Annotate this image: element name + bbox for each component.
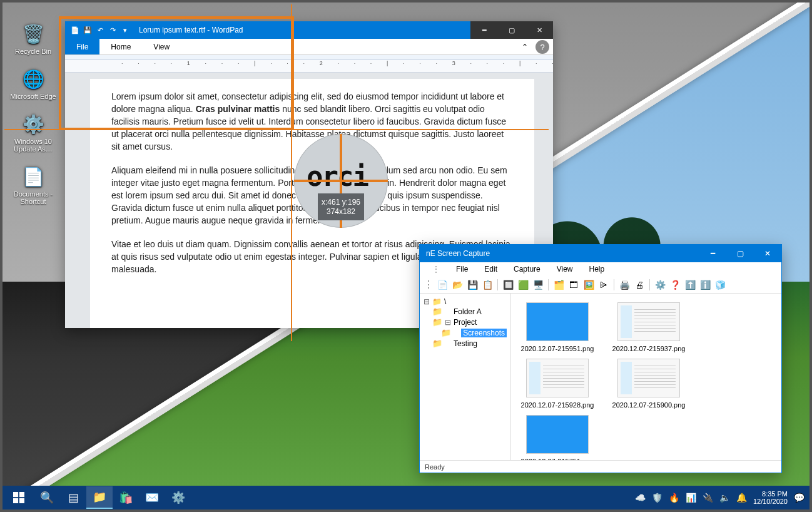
magnifier-coords: x:461 y:196	[322, 198, 360, 207]
tree-item[interactable]: Testing	[432, 338, 507, 349]
cap-maximize-button[interactable]: ▢	[726, 245, 754, 262]
tree-item[interactable]: Screenshots	[441, 327, 507, 338]
qat-undo-icon[interactable]: ↶	[95, 25, 105, 35]
tree-item-label: Testing	[454, 339, 477, 348]
wordpad-titlebar[interactable]: 📄 💾 ↶ ↷ ▾ Lorum ipsum text.rtf - WordPad…	[65, 21, 553, 39]
crosshair-v	[291, 4, 292, 341]
toolbar-icon[interactable]: 📄	[436, 279, 449, 291]
file-name: 2020.12.07-215900.png	[612, 401, 686, 409]
file-tile[interactable]: 2020.12.07-215937.png	[611, 302, 686, 352]
tab-file[interactable]: File	[65, 39, 99, 54]
capture-toolbar: ⋮📄📂💾📋🔲🟩🖥️🗂️🗔🖼️⩥🖨️🖨⚙️❓⬆️ℹ️🧊	[420, 276, 781, 294]
file-thumb	[526, 415, 589, 454]
cap-minimize-button[interactable]: ━	[699, 245, 726, 262]
tree-expand-icon[interactable]: ⊟	[445, 318, 451, 327]
wordpad-ruler[interactable]: · · · · 1 · · · | · · · 2 · · · | · · · …	[65, 60, 553, 73]
tree-item-label: Screenshots	[461, 329, 507, 337]
toolbar-icon[interactable]: 🖨	[633, 279, 646, 291]
file-thumb	[526, 302, 589, 341]
file-tile[interactable]: 2020.12.07-215751.png	[520, 415, 595, 460]
toolbar-icon[interactable]: 🟩	[517, 279, 529, 291]
toolbar-icon[interactable]: ⚙️	[654, 279, 666, 291]
start-button[interactable]	[8, 486, 30, 509]
qat-icon[interactable]: 📄	[70, 25, 80, 35]
toolbar-icon[interactable]: ⬆️	[684, 279, 696, 291]
tray-icon[interactable]: 🛡️	[652, 493, 662, 503]
taskbar-search[interactable]: 🔍	[34, 486, 60, 509]
file-tile[interactable]: 2020.12.07-215928.png	[520, 359, 595, 409]
tray-icon[interactable]: 📊	[686, 493, 696, 503]
wordpad-ribbon	[65, 55, 553, 60]
capture-titlebar[interactable]: nE Screen Capture ━ ▢ ✕	[420, 245, 781, 262]
screen-capture-window: nE Screen Capture ━ ▢ ✕ ⋮FileEditCapture…	[419, 244, 782, 473]
tree-item-label: Project	[454, 318, 477, 327]
toolbar-icon[interactable]: ❓	[669, 279, 681, 291]
toolbar-icon[interactable]: 🖥️	[532, 279, 544, 291]
desktop-icon[interactable]: 📄Documents - Shortcut	[9, 164, 58, 205]
svg-rect-0	[13, 492, 18, 497]
file-tile[interactable]: 2020.12.07-215900.png	[611, 359, 686, 409]
capture-menubar: ⋮FileEditCaptureViewHelp	[420, 262, 781, 276]
desktop-icon-label: Windows 10 Update As…	[9, 138, 58, 153]
tray-icon[interactable]: 🔈	[719, 493, 730, 503]
capture-folder-tree[interactable]: ⊟📁 \ Folder A⊟ProjectScreenshotsTesting	[420, 294, 511, 460]
toolbar-icon[interactable]: 🖨️	[618, 279, 631, 291]
taskbar-clock[interactable]: 8:35 PM 12/10/2020	[753, 490, 788, 505]
svg-rect-3	[19, 498, 24, 503]
magnifier-size: 374x182	[327, 207, 355, 216]
taskbar[interactable]: 🔍▤📁🛍️✉️⚙️ ☁️🛡️🔥📊🔌🔈🔔 8:35 PM 12/10/2020 💬	[3, 486, 809, 509]
tray-icon[interactable]: 🔌	[703, 493, 713, 503]
toolbar-icon[interactable]: 🧊	[714, 279, 726, 291]
file-tile[interactable]: 2020.12.07-215951.png	[520, 302, 595, 352]
toolbar-icon[interactable]: 🔲	[502, 279, 514, 291]
magnifier-pixel-sample: orci	[307, 163, 368, 190]
taskbar-store[interactable]: 🛍️	[113, 486, 139, 509]
menu-item[interactable]: Capture	[506, 264, 548, 275]
cap-close-button[interactable]: ✕	[754, 245, 781, 262]
tray-icon[interactable]: ☁️	[635, 493, 646, 503]
taskbar-task-view[interactable]: ▤	[60, 486, 86, 509]
toolbar-icon[interactable]: 🖼️	[582, 279, 595, 291]
desktop-icon-glyph: ⚙️	[21, 111, 46, 136]
tree-root[interactable]: \	[444, 297, 446, 306]
capture-status: Ready	[425, 463, 445, 471]
menu-item[interactable]: File	[449, 264, 475, 275]
desktop-icon[interactable]: 🗑️Recycle Bin	[9, 21, 58, 55]
tree-item[interactable]: ⊟Project	[432, 317, 507, 327]
crosshair-h	[4, 129, 549, 130]
tree-item[interactable]: Folder A	[432, 306, 507, 317]
capture-thumbnails[interactable]: 2020.12.07-215951.png 2020.12.07-215937.…	[511, 294, 781, 460]
taskbar-settings[interactable]: ⚙️	[165, 486, 191, 509]
toolbar-icon[interactable]: ⩥	[597, 279, 610, 291]
qat-more-icon[interactable]: ▾	[120, 25, 130, 35]
taskbar-explorer[interactable]: 📁	[86, 486, 113, 509]
wordpad-ribbon-tabs: File Home View ⌃ ?	[65, 39, 553, 55]
menu-item[interactable]: View	[549, 264, 581, 275]
tray-icon[interactable]: 🔥	[669, 493, 679, 503]
toolbar-icon[interactable]: 📋	[481, 279, 494, 291]
desktop-icon[interactable]: 🌐Microsoft Edge	[9, 66, 58, 100]
minimize-button[interactable]: ━	[470, 21, 498, 39]
desktop-icon[interactable]: ⚙️Windows 10 Update As…	[9, 111, 58, 153]
toolbar-icon[interactable]: ℹ️	[699, 279, 711, 291]
tree-collapse-icon[interactable]: ⊟	[424, 297, 430, 306]
toolbar-icon[interactable]: 💾	[466, 279, 479, 291]
toolbar-icon[interactable]: 🗂️	[552, 279, 565, 291]
menu-item[interactable]: Help	[582, 264, 612, 275]
desktop-icon-label: Microsoft Edge	[10, 93, 56, 100]
tab-view[interactable]: View	[142, 39, 181, 54]
tray-icon[interactable]: 🔔	[736, 493, 747, 503]
toolbar-icon[interactable]: 📂	[451, 279, 464, 291]
help-icon[interactable]: ?	[535, 40, 549, 54]
tab-home[interactable]: Home	[99, 39, 142, 54]
close-button[interactable]: ✕	[525, 21, 553, 39]
collapse-ribbon-icon[interactable]: ⌃	[518, 43, 532, 51]
qat-redo-icon[interactable]: ↷	[108, 25, 118, 35]
action-center-icon[interactable]: 💬	[794, 493, 804, 503]
menu-item[interactable]: Edit	[477, 264, 505, 275]
file-name: 2020.12.07-215951.png	[521, 345, 594, 352]
maximize-button[interactable]: ▢	[498, 21, 525, 39]
toolbar-icon[interactable]: 🗔	[567, 279, 580, 291]
qat-save-icon[interactable]: 💾	[83, 25, 93, 35]
taskbar-mail[interactable]: ✉️	[139, 486, 165, 509]
